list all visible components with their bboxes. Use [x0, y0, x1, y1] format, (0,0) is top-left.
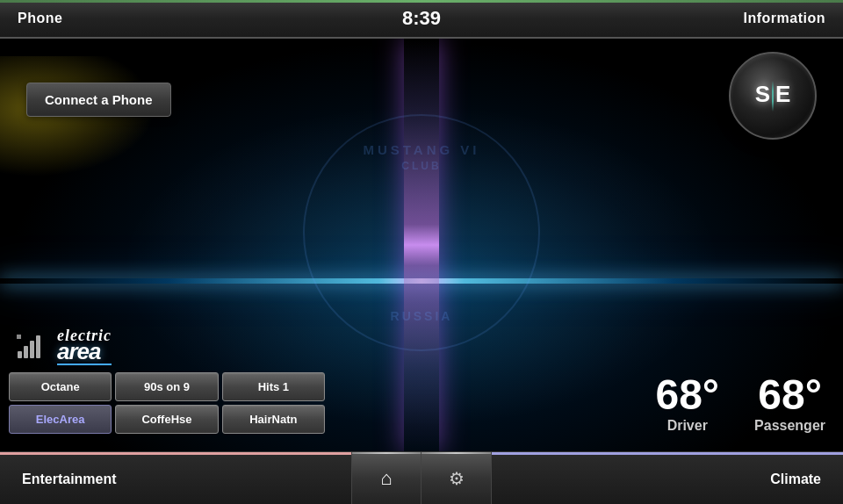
channel-coffeehse[interactable]: CoffeHse	[115, 405, 218, 434]
svg-rect-0	[18, 351, 22, 358]
main-area: MUSTANG VI CLUB RUSSIA S E Connect a Pho…	[0, 39, 843, 451]
home-button[interactable]: ⌂	[351, 452, 422, 505]
se-letter-e: E	[775, 81, 790, 112]
top-bar: Phone 8:39 Information	[0, 0, 843, 39]
se-divider	[772, 81, 774, 112]
se-letter-s: S	[755, 81, 770, 112]
channel-hairnatn[interactable]: HairNatn	[222, 405, 325, 434]
svg-rect-1	[24, 346, 28, 358]
channel-hits-1[interactable]: Hits 1	[222, 372, 325, 401]
climate-button[interactable]: Climate	[492, 452, 843, 504]
watermark-circle: MUSTANG VI CLUB RUSSIA	[303, 114, 540, 351]
information-button[interactable]: Information	[744, 11, 826, 26]
watermark-line1: MUSTANG VI	[363, 142, 479, 157]
passenger-temp: 68° Passenger	[754, 374, 825, 434]
passenger-temp-label: Passenger	[754, 418, 825, 434]
watermark-line3: RUSSIA	[391, 309, 453, 323]
channel-90s-on-9[interactable]: 90s on 9	[115, 372, 218, 401]
se-badge: S E	[729, 52, 817, 140]
settings-icon: ⚙	[449, 468, 465, 489]
entertainment-button[interactable]: Entertainment	[0, 452, 351, 504]
watermark-line2: CLUB	[401, 160, 441, 172]
bottom-center-controls: ⌂ ⚙	[351, 452, 492, 505]
svg-marker-4	[17, 335, 21, 339]
driver-temp: 68° Driver	[655, 374, 719, 434]
radio-header: electric area	[9, 328, 325, 365]
se-badge-text: S E	[755, 81, 791, 112]
climate-label: Climate	[770, 472, 821, 487]
yellow-glow	[0, 56, 176, 188]
radio-icon	[13, 331, 44, 362]
entertainment-label: Entertainment	[22, 472, 117, 487]
radio-panel: electric area Octane 90s on 9 Hits 1 Ele…	[9, 328, 325, 434]
area-label: area	[57, 340, 112, 363]
passenger-temp-value: 68°	[754, 374, 825, 416]
connect-phone-button[interactable]: Connect a Phone	[26, 83, 171, 117]
electric-area-logo: electric area	[57, 328, 112, 365]
signal-icon	[16, 334, 42, 360]
driver-temp-label: Driver	[655, 418, 719, 434]
clock-display: 8:39	[402, 7, 441, 30]
channel-octane[interactable]: Octane	[9, 372, 112, 401]
channel-elecarea[interactable]: ElecArea	[9, 405, 112, 434]
svg-rect-3	[36, 335, 40, 358]
watermark: MUSTANG VI CLUB RUSSIA	[299, 110, 544, 356]
bottom-bar: Entertainment ⌂ ⚙ Climate	[0, 451, 843, 504]
driver-temp-value: 68°	[655, 374, 719, 416]
channel-grid: Octane 90s on 9 Hits 1 ElecArea CoffeHse…	[9, 372, 325, 434]
phone-button[interactable]: Phone	[18, 11, 62, 26]
temperature-display: 68° Driver 68° Passenger	[655, 374, 825, 434]
svg-rect-2	[30, 341, 34, 358]
settings-button[interactable]: ⚙	[422, 452, 492, 505]
area-underline	[57, 364, 112, 365]
home-icon: ⌂	[380, 467, 392, 490]
